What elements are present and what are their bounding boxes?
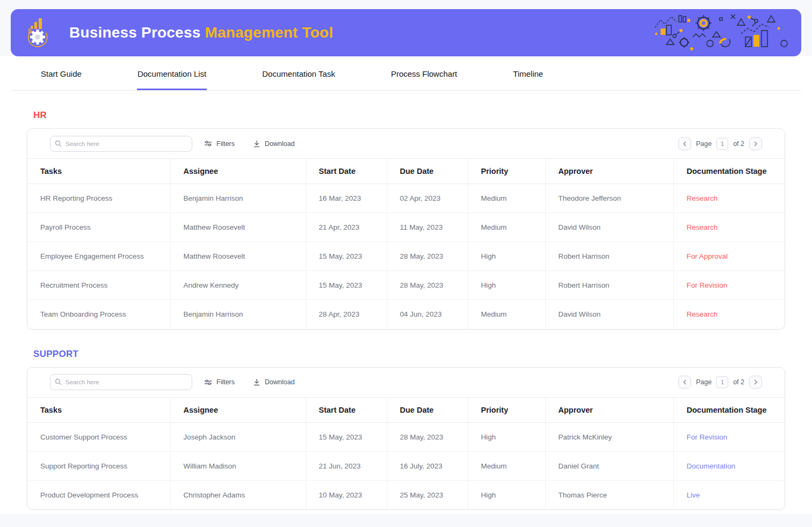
- current-page-box[interactable]: 1: [716, 376, 728, 388]
- stage-link[interactable]: Documentation: [687, 462, 736, 470]
- download-icon: [253, 378, 260, 386]
- stage-link[interactable]: For Approval: [687, 252, 728, 260]
- department-section: HR Filters: [0, 110, 812, 330]
- cell-priority: Medium: [468, 300, 545, 329]
- column-header: Documentation Stage: [673, 397, 785, 422]
- page-title-accent: Management Tool: [205, 24, 333, 41]
- table-row: Support Reporting ProcessWilliam Madison…: [27, 451, 785, 480]
- cell-documentation-stage: For Revision: [673, 422, 785, 451]
- table-row: Customer Support ProcessJoseph Jackson15…: [27, 422, 785, 451]
- cell-approver: Robert Harrison: [545, 242, 673, 271]
- cell-documentation-stage: Research: [673, 213, 785, 242]
- download-label: Download: [265, 140, 295, 148]
- cell-task: Employee Engagement Process: [27, 242, 170, 271]
- chevron-left-icon: [683, 379, 687, 385]
- filters-button[interactable]: Filters: [204, 140, 235, 148]
- search-input[interactable]: [50, 136, 192, 152]
- cell-task: Payroll Process: [27, 213, 170, 242]
- cell-due-date: 28 May, 2023: [387, 271, 468, 300]
- table-row: Team Onboarding ProcessBenjamin Harrison…: [27, 300, 785, 329]
- cell-due-date: 28 May, 2023: [387, 422, 468, 451]
- table-row: Payroll ProcessMatthew Roosevelt21 Apr, …: [27, 213, 785, 242]
- header-row: TasksAssigneeStart DateDue DatePriorityA…: [27, 159, 785, 184]
- section-heading-support: SUPPORT: [33, 349, 812, 360]
- column-header: Tasks: [27, 397, 170, 422]
- cell-priority: High: [468, 271, 545, 300]
- stage-link[interactable]: Research: [687, 223, 718, 231]
- cell-assignee: Christopher Adams: [170, 480, 306, 509]
- table-card: Filters Download Pag: [27, 128, 785, 330]
- cell-approver: David Wilson: [545, 300, 673, 329]
- cell-due-date: 28 May, 2023: [387, 242, 468, 271]
- column-header: Start Date: [306, 159, 387, 184]
- process-table: TasksAssigneeStart DateDue DatePriorityA…: [27, 397, 785, 510]
- cell-priority: High: [468, 242, 545, 271]
- table-row: Recruitment ProcessAndrew Kennedy15 May,…: [27, 271, 785, 300]
- chevron-right-icon: [753, 141, 758, 147]
- header-row: TasksAssigneeStart DateDue DatePriorityA…: [27, 397, 785, 422]
- cell-assignee: Benjamin Harrison: [170, 300, 306, 329]
- table-toolbar: Filters Download Pag: [27, 129, 785, 158]
- cell-task: HR Reporting Process: [27, 184, 170, 213]
- sections: HR Filters: [0, 110, 812, 510]
- download-button[interactable]: Download: [253, 140, 295, 148]
- search-box: [50, 136, 192, 152]
- download-button[interactable]: Download: [253, 378, 295, 386]
- page-title: Business Process Management Tool: [69, 24, 333, 41]
- table-card: Filters Download Pag: [27, 367, 785, 510]
- column-header: Assignee: [170, 397, 306, 422]
- current-page-box[interactable]: 1: [716, 138, 728, 150]
- cell-assignee: Benjamin Harrison: [170, 184, 306, 213]
- filters-label: Filters: [216, 378, 235, 386]
- stage-link[interactable]: Live: [687, 491, 700, 499]
- next-page-button[interactable]: [749, 137, 762, 150]
- cell-start-date: 21 Jun, 2023: [306, 451, 387, 480]
- search-icon: [55, 378, 62, 385]
- app-logo-gear-chart-icon: [24, 17, 54, 48]
- tab-timeline[interactable]: Timeline: [512, 69, 543, 90]
- page-label: Page: [696, 140, 712, 148]
- cell-approver: Patrick McKinley: [545, 422, 673, 451]
- filters-label: Filters: [216, 140, 235, 148]
- stage-link[interactable]: Research: [687, 194, 718, 202]
- stage-link[interactable]: Research: [687, 310, 718, 318]
- cell-start-date: 15 May, 2023: [306, 422, 387, 451]
- page-label: Page: [696, 378, 712, 386]
- search-box: [50, 374, 192, 390]
- prev-page-button[interactable]: [678, 376, 691, 389]
- app-banner: Business Process Management Tool: [11, 9, 801, 56]
- search-icon: [55, 140, 62, 147]
- cell-start-date: 15 May, 2023: [306, 242, 387, 271]
- column-header: Start Date: [306, 397, 387, 422]
- column-header: Assignee: [170, 159, 306, 184]
- cell-start-date: 21 Apr, 2023: [306, 213, 387, 242]
- column-header: Due Date: [387, 159, 468, 184]
- of-pages-label: of 2: [733, 140, 744, 148]
- cell-task: Product Development Process: [27, 480, 170, 509]
- process-table: TasksAssigneeStart DateDue DatePriorityA…: [27, 158, 785, 329]
- cell-documentation-stage: Live: [673, 480, 785, 509]
- tab-bar: Start Guide Documentation List Documenta…: [11, 56, 801, 91]
- tab-documentation-list[interactable]: Documentation List: [137, 69, 207, 90]
- stage-link[interactable]: For Revision: [687, 281, 728, 289]
- cell-approver: Daniel Grant: [545, 451, 673, 480]
- tab-documentation-task[interactable]: Documentation Task: [262, 69, 336, 90]
- prev-page-button[interactable]: [678, 137, 691, 150]
- cell-priority: High: [468, 480, 545, 509]
- tab-process-flowchart[interactable]: Process Flowchart: [390, 69, 458, 90]
- table-row: HR Reporting ProcessBenjamin Harrison16 …: [27, 184, 785, 213]
- filters-sliders-icon: [204, 140, 212, 147]
- cell-due-date: 16 July, 2023: [387, 451, 468, 480]
- tab-start-guide[interactable]: Start Guide: [40, 69, 82, 90]
- cell-start-date: 15 May, 2023: [306, 271, 387, 300]
- column-header: Approver: [545, 397, 673, 422]
- filters-sliders-icon: [204, 379, 212, 386]
- column-header: Approver: [545, 159, 673, 184]
- search-input[interactable]: [50, 374, 192, 390]
- cell-due-date: 25 May, 2023: [387, 480, 468, 509]
- stage-link[interactable]: For Revision: [687, 433, 728, 441]
- cell-priority: Medium: [468, 451, 545, 480]
- next-page-button[interactable]: [749, 376, 762, 389]
- filters-button[interactable]: Filters: [204, 378, 235, 386]
- cell-priority: Medium: [468, 213, 545, 242]
